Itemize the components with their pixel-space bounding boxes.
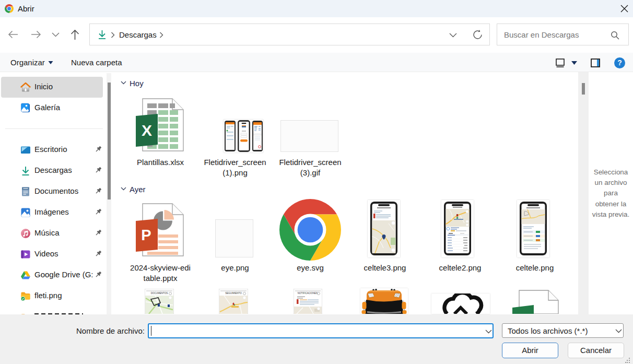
svg-text:X: X — [142, 122, 152, 139]
svg-text:P: P — [141, 227, 151, 243]
svg-text:SEGUIMIENTO: SEGUIMIENTO — [225, 292, 242, 295]
svg-text:NOTIFICACIONES: NOTIFICACIONES — [298, 292, 318, 295]
svg-text:DOCUMENTOS: DOCUMENTOS — [151, 292, 168, 295]
